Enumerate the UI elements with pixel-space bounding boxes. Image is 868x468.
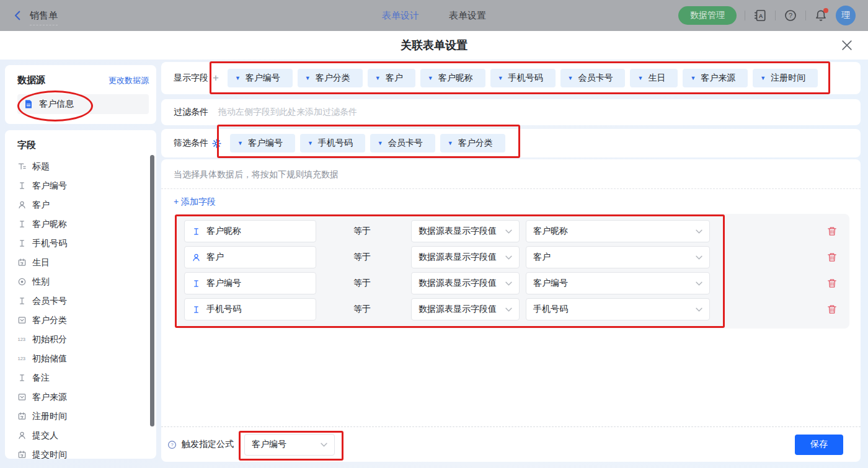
fill-rules-panel: 当选择具体数据后，将按如下规则填充数据 + 添加字段 客户昵称 等于 数据源表显… xyxy=(161,159,861,462)
person-field-icon xyxy=(192,253,201,262)
text-field-icon xyxy=(17,296,27,306)
field-item[interactable]: 客户来源 xyxy=(17,387,156,407)
field-item-label: 生日 xyxy=(32,257,50,268)
tag-label: 生日 xyxy=(648,73,665,84)
title-field-icon xyxy=(17,162,27,171)
data-manage-button[interactable]: 数据管理 xyxy=(678,6,737,25)
scrollbar-thumb[interactable] xyxy=(150,155,154,426)
add-display-field-button[interactable]: + xyxy=(213,72,219,84)
field-tag[interactable]: ▼客户来源 xyxy=(683,69,748,87)
tag-label: 客户来源 xyxy=(701,73,735,84)
field-item[interactable]: 备注 xyxy=(17,368,156,387)
rule-value-select[interactable]: 客户昵称 xyxy=(526,220,710,242)
field-tag[interactable]: ▼生日 xyxy=(630,69,678,87)
field-item[interactable]: 提交人 xyxy=(17,426,156,445)
tag-label: 注册时间 xyxy=(771,73,805,84)
field-tag[interactable]: ▼客户 xyxy=(368,69,415,87)
display-fields-row: 显示字段 + ▼客户编号▼客户分类▼客户▼客户昵称▼手机号码▼会员卡号▼生日▼客… xyxy=(161,62,861,94)
rule-target-field[interactable]: 客户 xyxy=(184,246,316,268)
tab-form-settings[interactable]: 表单设置 xyxy=(449,10,486,22)
tag-label: 手机号码 xyxy=(318,138,353,149)
field-item[interactable]: 性别 xyxy=(17,272,156,291)
chevron-down-icon xyxy=(505,281,512,286)
delete-icon[interactable] xyxy=(826,304,838,315)
number-field-icon: 123 xyxy=(17,354,27,363)
rule-source-select[interactable]: 数据源表显示字段值 xyxy=(411,272,520,294)
screen-conditions-tags: ▼客户编号▼手机号码▼会员卡号▼客户分类 xyxy=(230,134,505,152)
close-icon[interactable] xyxy=(842,40,852,50)
rule-source-select[interactable]: 数据源表显示字段值 xyxy=(411,298,520,320)
rule-value-select[interactable]: 手机号码 xyxy=(526,298,710,320)
change-datasource-link[interactable]: 更改数据源 xyxy=(108,75,149,86)
field-tag[interactable]: ▼客户分类 xyxy=(440,134,505,152)
rule-value-select[interactable]: 客户编号 xyxy=(526,272,710,294)
field-tag[interactable]: ▼注册时间 xyxy=(753,69,818,87)
svg-text:123: 123 xyxy=(17,337,25,342)
select-field-icon xyxy=(17,392,27,402)
field-item-label: 性别 xyxy=(32,276,50,288)
field-item-label: 提交时间 xyxy=(32,449,67,459)
delete-icon[interactable] xyxy=(826,252,838,263)
filter-placeholder: 拖动左侧字段到此处来添加过滤条件 xyxy=(218,107,357,118)
field-tag[interactable]: ▼手机号码 xyxy=(490,69,556,87)
field-item[interactable]: 手机号码 xyxy=(17,234,156,253)
delete-icon[interactable] xyxy=(826,278,838,289)
field-item-label: 注册时间 xyxy=(32,411,67,422)
tag-label: 手机号码 xyxy=(508,73,543,84)
rule-source-select[interactable]: 数据源表显示字段值 xyxy=(411,220,520,242)
field-tag[interactable]: ▼会员卡号 xyxy=(370,134,435,152)
datasource-item[interactable]: 客户信息 xyxy=(17,94,149,114)
add-rule-field-link[interactable]: + 添加字段 xyxy=(174,196,216,208)
divider xyxy=(161,188,861,189)
tag-label: 客户编号 xyxy=(248,138,283,149)
rule-source-select[interactable]: 数据源表显示字段值 xyxy=(411,246,520,268)
field-item[interactable]: 客户编号 xyxy=(17,176,156,195)
tab-form-design[interactable]: 表单设计 xyxy=(382,10,419,22)
save-button[interactable]: 保存 xyxy=(795,435,843,455)
field-item[interactable]: 123初始积分 xyxy=(17,330,156,349)
help-icon[interactable]: ? xyxy=(784,9,797,22)
text-field-icon xyxy=(17,373,27,382)
field-tag[interactable]: ▼会员卡号 xyxy=(560,69,626,87)
caret-down-icon: ▼ xyxy=(760,76,766,81)
rule-value-select[interactable]: 客户 xyxy=(526,246,710,268)
field-tag[interactable]: ▼客户昵称 xyxy=(420,69,485,87)
rule-field-label: 客户昵称 xyxy=(206,226,241,237)
field-tag[interactable]: ▼手机号码 xyxy=(300,134,365,152)
delete-icon[interactable] xyxy=(826,226,838,237)
rule-target-field[interactable]: 客户编号 xyxy=(184,272,316,294)
trigger-formula-select[interactable]: 客户编号 xyxy=(244,434,335,456)
field-item[interactable]: 123初始储值 xyxy=(17,349,156,368)
field-item[interactable]: 客户昵称 xyxy=(17,214,156,234)
field-item[interactable]: 注册时间 xyxy=(17,407,156,426)
help-circle-icon[interactable]: ? xyxy=(167,440,177,449)
caret-down-icon: ▼ xyxy=(428,76,433,81)
rule-target-field[interactable]: 手机号码 xyxy=(184,298,316,320)
field-item[interactable]: 标题 xyxy=(17,157,156,176)
chevron-down-icon xyxy=(696,307,702,312)
rule-target-field[interactable]: 客户昵称 xyxy=(184,220,316,242)
rule-field-label: 手机号码 xyxy=(206,304,241,315)
rule-operator: 等于 xyxy=(353,252,371,263)
field-item-label: 初始储值 xyxy=(32,353,67,364)
address-book-icon[interactable]: A xyxy=(753,9,767,22)
svg-text:123: 123 xyxy=(17,356,25,361)
field-item[interactable]: 生日 xyxy=(17,253,156,272)
fields-panel: 字段 标题客户编号客户客户昵称手机号码生日性别会员卡号客户分类123初始积分12… xyxy=(5,130,156,459)
field-item[interactable]: 提交时间 xyxy=(17,445,156,459)
chevron-down-icon xyxy=(505,307,512,312)
field-item[interactable]: 客户 xyxy=(17,195,156,214)
field-item[interactable]: 客户分类 xyxy=(17,311,156,330)
field-item-label: 客户昵称 xyxy=(32,219,67,230)
field-tag[interactable]: ▼客户分类 xyxy=(298,69,363,87)
filter-label: 过滤条件 xyxy=(174,107,208,118)
field-tag[interactable]: ▼客户编号 xyxy=(230,134,295,152)
avatar[interactable]: 理 xyxy=(836,6,856,25)
notification-bell-icon[interactable] xyxy=(814,9,828,22)
field-tag[interactable]: ▼客户编号 xyxy=(228,69,293,87)
field-item[interactable]: 会员卡号 xyxy=(17,291,156,311)
filter-dropzone[interactable]: 过滤条件 拖动左侧字段到此处来添加过滤条件 xyxy=(161,99,861,125)
gear-icon[interactable] xyxy=(212,139,221,148)
divider xyxy=(805,11,806,20)
rule-value-label: 手机号码 xyxy=(533,304,568,315)
